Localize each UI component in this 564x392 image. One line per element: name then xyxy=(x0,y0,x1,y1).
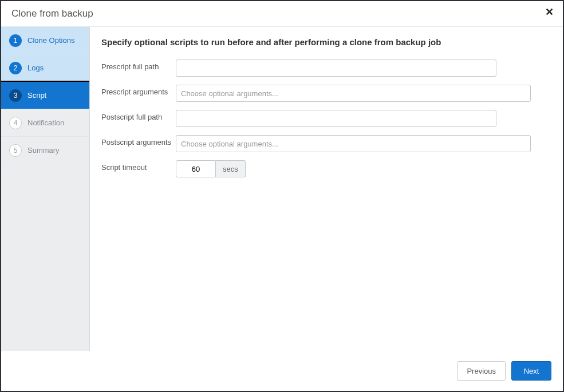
prescript-path-input[interactable] xyxy=(176,60,496,77)
previous-button[interactable]: Previous xyxy=(457,361,506,381)
step-number-icon: 2 xyxy=(9,62,22,74)
page-heading: Specify optional scripts to run before a… xyxy=(101,37,545,47)
dialog-footer: Previous Next xyxy=(1,351,563,391)
row-postscript-path: Postscript full path xyxy=(101,110,545,127)
prescript-args-input[interactable] xyxy=(176,85,531,102)
sidebar-item-label: Summary xyxy=(27,146,60,155)
sidebar-item-label: Notification xyxy=(27,118,64,127)
close-icon[interactable]: ✕ xyxy=(545,7,554,17)
sidebar-item-logs[interactable]: 2 Logs xyxy=(1,54,89,82)
step-number-icon: 3 xyxy=(9,89,22,102)
main-panel: Specify optional scripts to run before a… xyxy=(90,27,563,351)
dialog-header: Clone from backup ✕ xyxy=(1,1,563,27)
script-timeout-unit: secs xyxy=(216,160,246,177)
next-button[interactable]: Next xyxy=(511,361,551,381)
step-number-icon: 4 xyxy=(9,117,22,129)
sidebar-item-clone-options[interactable]: 1 Clone Options xyxy=(1,27,89,54)
label-prescript-args: Prescript arguments xyxy=(101,85,176,97)
sidebar-item-label: Logs xyxy=(27,64,44,72)
label-prescript-path: Prescript full path xyxy=(101,60,176,72)
step-number-icon: 5 xyxy=(9,144,22,157)
label-postscript-args: Postscript arguments xyxy=(101,135,176,147)
dialog-title: Clone from backup xyxy=(11,8,93,19)
sidebar-item-script[interactable]: 3 Script xyxy=(1,82,89,109)
step-number-icon: 1 xyxy=(9,34,22,47)
row-prescript-args: Prescript arguments xyxy=(101,85,545,102)
postscript-path-input[interactable] xyxy=(176,110,496,127)
wizard-sidebar: 1 Clone Options 2 Logs 3 Script 4 Notifi… xyxy=(1,27,90,351)
sidebar-item-summary[interactable]: 5 Summary xyxy=(1,137,89,164)
dialog-body: 1 Clone Options 2 Logs 3 Script 4 Notifi… xyxy=(1,27,563,351)
row-prescript-path: Prescript full path xyxy=(101,60,545,77)
row-script-timeout: Script timeout secs xyxy=(101,160,545,177)
script-timeout-input[interactable] xyxy=(176,160,216,177)
label-postscript-path: Postscript full path xyxy=(101,110,176,122)
label-script-timeout: Script timeout xyxy=(101,160,176,172)
sidebar-item-label: Clone Options xyxy=(27,36,74,45)
row-postscript-args: Postscript arguments xyxy=(101,135,545,152)
sidebar-item-notification[interactable]: 4 Notification xyxy=(1,109,89,137)
postscript-args-input[interactable] xyxy=(176,135,531,152)
timeout-group: secs xyxy=(176,160,246,177)
sidebar-item-label: Script xyxy=(27,91,46,100)
